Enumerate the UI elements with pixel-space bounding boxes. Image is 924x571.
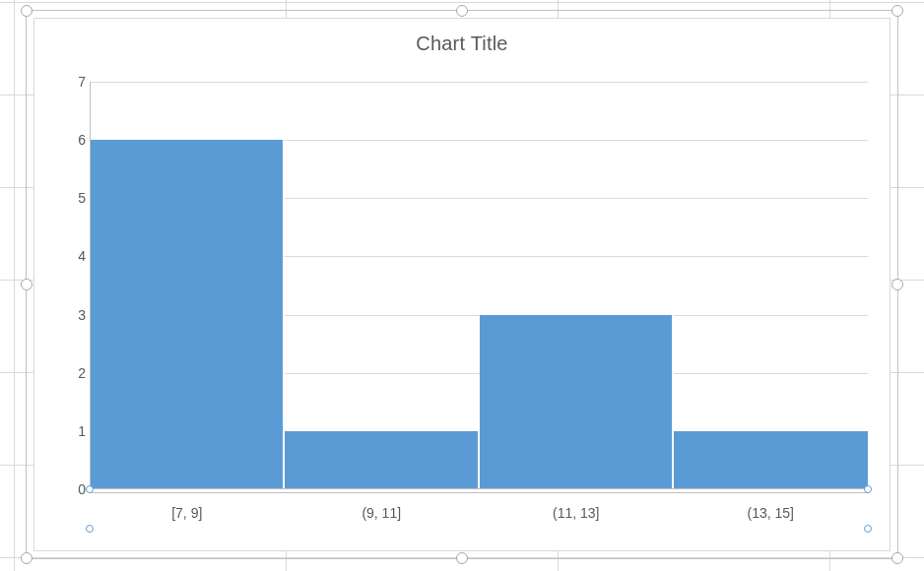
plot-area[interactable]: 01234567 xyxy=(90,82,868,489)
y-axis: 01234567 xyxy=(54,82,86,489)
y-tick-label: 2 xyxy=(54,365,86,381)
x-tick-label: (11, 13] xyxy=(479,505,674,521)
bar[interactable] xyxy=(285,431,479,489)
bar[interactable] xyxy=(674,431,868,489)
bar-slot xyxy=(91,82,285,489)
x-tick-label: (9, 11] xyxy=(285,505,480,521)
plot-handle-bottom-right[interactable] xyxy=(864,485,872,493)
axis-handle-bottom-left[interactable] xyxy=(86,525,94,533)
y-tick-label: 4 xyxy=(54,248,86,264)
chart-title[interactable]: Chart Title xyxy=(34,32,890,55)
y-tick-label: 3 xyxy=(54,307,86,323)
resize-handle-bottom-right[interactable] xyxy=(891,552,903,564)
resize-handle-bottom-left[interactable] xyxy=(21,552,33,564)
resize-handle-mid-bottom[interactable] xyxy=(456,552,468,564)
resize-handle-mid-right[interactable] xyxy=(891,279,903,290)
bar-slot xyxy=(480,82,674,489)
y-tick-label: 6 xyxy=(54,132,86,148)
bar[interactable] xyxy=(480,315,674,489)
resize-handle-mid-top[interactable] xyxy=(456,5,468,17)
resize-handle-mid-left[interactable] xyxy=(21,279,33,290)
x-tick-label: (13, 15] xyxy=(674,505,869,521)
x-axis-labels: [7, 9](9, 11](11, 13](13, 15] xyxy=(90,505,868,521)
y-axis-line xyxy=(90,82,91,489)
y-tick-label: 1 xyxy=(54,423,86,439)
chart-object[interactable]: Chart Title 01234567 [7, 9](9, 11](11, 1… xyxy=(33,18,891,551)
axis-handle-bottom-right[interactable] xyxy=(864,525,872,533)
y-tick-label: 5 xyxy=(54,190,86,206)
chart-bars xyxy=(91,82,868,489)
bar[interactable] xyxy=(91,140,285,489)
resize-handle-top-right[interactable] xyxy=(891,5,903,17)
x-axis-line xyxy=(90,488,868,489)
bar-slot xyxy=(674,82,868,489)
plot-handle-bottom-left[interactable] xyxy=(86,485,94,493)
resize-handle-top-left[interactable] xyxy=(21,5,33,17)
y-tick-label: 7 xyxy=(54,74,86,90)
y-tick-label: 0 xyxy=(54,481,86,497)
bar-slot xyxy=(285,82,479,489)
x-tick-label: [7, 9] xyxy=(90,505,285,521)
